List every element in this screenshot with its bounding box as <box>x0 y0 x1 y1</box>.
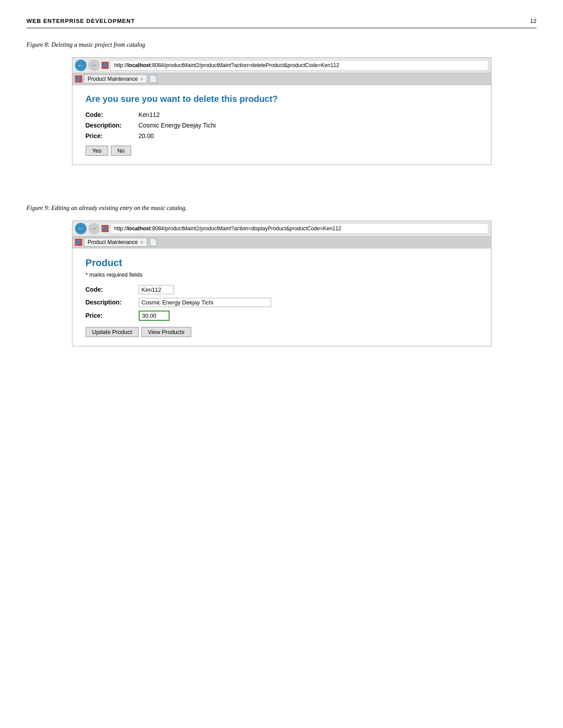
figure8-tab-bar: 🌐 Product Maintenance × 📄 <box>72 73 491 85</box>
figure9-browser: ← → 🌐 http://localhost:8084/productMaint… <box>72 221 491 346</box>
figure9-tab-bar: 🌐 Product Maintenance × 📄 <box>72 236 491 248</box>
tab-close-fig8[interactable]: × <box>140 76 143 82</box>
url-text-fig8: http://localhost:8084/productMaint2/prod… <box>114 62 340 68</box>
view-products-button[interactable]: View Products <box>141 327 191 337</box>
code-input[interactable] <box>139 285 174 294</box>
no-button[interactable]: No <box>111 146 132 156</box>
price-label-del: Price: <box>86 132 139 139</box>
tab-label-fig9: Product Maintenance <box>88 239 138 245</box>
new-tab-icon-fig8: 📄 <box>150 75 157 83</box>
new-tab-icon-fig9: 📄 <box>150 239 157 246</box>
update-product-button[interactable]: Update Product <box>86 327 139 337</box>
price-value-del: 20.00 <box>139 132 154 139</box>
figure9-toolbar: ← → 🌐 http://localhost:8084/productMaint… <box>72 221 491 236</box>
page-number: 12 <box>530 18 537 24</box>
figure8-content: Are you sure you want to delete this pro… <box>72 85 491 165</box>
new-tab-btn-fig9[interactable]: 📄 <box>149 238 158 247</box>
document-title: WEB ENTERPRISE DEVELOPMENT <box>26 18 135 24</box>
page-header: WEB ENTERPRISE DEVELOPMENT 12 <box>26 18 537 28</box>
url-bar-fig9[interactable]: http://localhost:8084/productMaint2/prod… <box>110 223 488 234</box>
tab-favicon-fig8: 🌐 <box>75 75 82 83</box>
delete-btn-row: Yes No <box>86 146 478 156</box>
product-heading: Product <box>86 257 478 269</box>
back-button-fig8[interactable]: ← <box>75 60 87 71</box>
code-label-edit: Code: <box>86 286 139 293</box>
desc-value-del: Cosmic Energy Deejay Tichi <box>139 122 216 129</box>
figure8-tab[interactable]: Product Maintenance × <box>84 75 147 83</box>
edit-field-code: Code: <box>86 285 478 294</box>
description-input[interactable] <box>139 298 271 307</box>
delete-field-price: Price: 20.00 <box>86 132 478 139</box>
delete-field-code: Code: Ken112 <box>86 111 478 118</box>
back-button-fig9[interactable]: ← <box>75 223 87 234</box>
figure8-browser: ← → 🌐 http://localhost:8084/productMaint… <box>72 57 491 165</box>
url-bar-fig8[interactable]: http://localhost:8084/productMaint2/prod… <box>110 60 488 71</box>
figure8-caption: Figure 8: Deleting a music project from … <box>26 41 537 49</box>
yes-button[interactable]: Yes <box>86 146 108 156</box>
favicon-fig9: 🌐 <box>102 225 109 232</box>
required-note: * marks required fields <box>86 271 478 278</box>
forward-button-fig9[interactable]: → <box>88 223 100 234</box>
tab-favicon-fig9: 🌐 <box>75 239 82 246</box>
price-label-edit: Price: <box>86 312 139 319</box>
desc-label-edit: Description: <box>86 299 139 306</box>
figure9-tab[interactable]: Product Maintenance × <box>84 238 147 247</box>
tab-label-fig8: Product Maintenance <box>88 76 138 82</box>
figure9-caption: Figure 9: Editing an already existing en… <box>26 205 537 212</box>
code-value-del: Ken112 <box>139 111 160 118</box>
tab-close-fig9[interactable]: × <box>140 240 143 245</box>
edit-field-price: Price: <box>86 311 478 321</box>
desc-label-del: Description: <box>86 122 139 129</box>
code-label-del: Code: <box>86 111 139 118</box>
price-input[interactable] <box>139 311 170 321</box>
delete-heading: Are you sure you want to delete this pro… <box>86 94 478 104</box>
figure8-toolbar: ← → 🌐 http://localhost:8084/productMaint… <box>72 58 491 73</box>
favicon-fig8: 🌐 <box>102 62 109 69</box>
delete-field-description: Description: Cosmic Energy Deejay Tichi <box>86 122 478 129</box>
forward-button-fig8[interactable]: → <box>88 60 100 71</box>
url-text-fig9: http://localhost:8084/productMaint2/prod… <box>114 225 341 232</box>
edit-btn-row: Update Product View Products <box>86 327 478 337</box>
new-tab-btn-fig8[interactable]: 📄 <box>149 75 158 83</box>
edit-field-description: Description: <box>86 298 478 307</box>
figure9-content: Product * marks required fields Code: De… <box>72 248 491 346</box>
